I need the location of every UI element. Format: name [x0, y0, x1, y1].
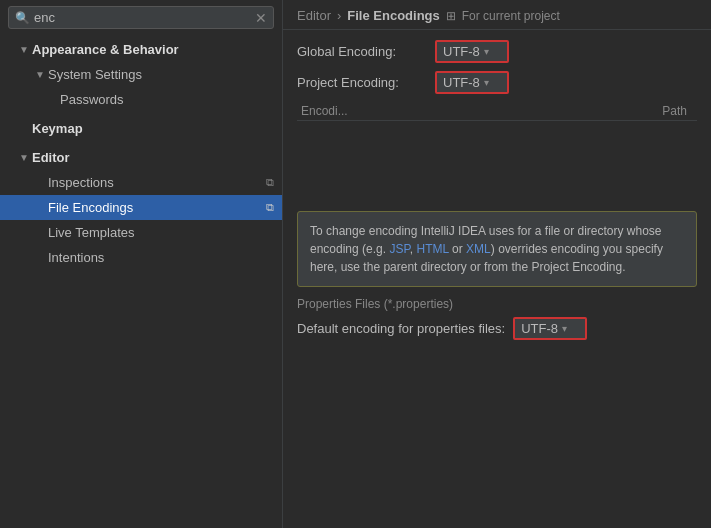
sidebar-item-label: Appearance & Behavior	[32, 42, 179, 57]
html-link[interactable]: HTML	[417, 242, 449, 256]
sidebar-item-keymap[interactable]: Keymap	[0, 112, 282, 141]
properties-encoding-value: UTF-8	[521, 321, 558, 336]
sidebar-item-intentions[interactable]: Intentions	[0, 245, 282, 270]
sidebar-item-appearance-behavior[interactable]: ▼ Appearance & Behavior	[0, 37, 282, 62]
sidebar: 🔍 ✕ ▼ Appearance & Behavior ▼ System Set…	[0, 0, 283, 528]
sidebar-item-live-templates[interactable]: Live Templates	[0, 220, 282, 245]
copy-icon: ⧉	[266, 201, 278, 214]
for-project-label: For current project	[462, 9, 560, 23]
info-text: To change encoding IntelliJ IDEA uses fo…	[310, 224, 663, 274]
copy-icon: ⧉	[266, 176, 278, 189]
sidebar-item-label: Keymap	[32, 121, 83, 136]
breadcrumb-parent: Editor	[297, 8, 331, 23]
encoding-column-header: Encodi...	[301, 104, 348, 118]
sidebar-item-label: Inspections	[48, 175, 114, 190]
xml-link[interactable]: XML	[466, 242, 491, 256]
clear-icon[interactable]: ✕	[255, 11, 267, 25]
tree-arrow: ▼	[16, 44, 32, 55]
project-encoding-label: Project Encoding:	[297, 75, 427, 90]
tree-area: ▼ Appearance & Behavior ▼ System Setting…	[0, 35, 282, 528]
sidebar-item-label: System Settings	[48, 67, 142, 82]
sidebar-item-passwords[interactable]: Passwords	[0, 87, 282, 112]
info-box: To change encoding IntelliJ IDEA uses fo…	[297, 211, 697, 287]
search-icon: 🔍	[15, 11, 30, 25]
jsp-link[interactable]: JSP	[389, 242, 409, 256]
project-encoding-value: UTF-8	[443, 75, 480, 90]
tree-arrow: ▼	[32, 69, 48, 80]
sidebar-item-label: Editor	[32, 150, 70, 165]
dropdown-arrow-icon: ▾	[484, 77, 489, 88]
global-encoding-value: UTF-8	[443, 44, 480, 59]
breadcrumb-current: File Encodings	[347, 8, 439, 23]
properties-title: Properties Files (*.properties)	[297, 297, 697, 311]
properties-encoding-dropdown[interactable]: UTF-8 ▾	[513, 317, 587, 340]
project-encoding-dropdown[interactable]: UTF-8 ▾	[435, 71, 509, 94]
content-header: Editor › File Encodings ⊞ For current pr…	[283, 0, 711, 30]
sidebar-item-editor[interactable]: ▼ Editor	[0, 141, 282, 170]
default-encoding-label: Default encoding for properties files:	[297, 321, 505, 336]
sidebar-item-label: File Encodings	[48, 200, 133, 215]
main-content: Editor › File Encodings ⊞ For current pr…	[283, 0, 711, 528]
properties-section: Properties Files (*.properties) Default …	[297, 297, 697, 340]
search-bar[interactable]: 🔍 ✕	[8, 6, 274, 29]
global-encoding-dropdown[interactable]: UTF-8 ▾	[435, 40, 509, 63]
sidebar-item-label: Live Templates	[48, 225, 134, 240]
properties-row: Default encoding for properties files: U…	[297, 317, 697, 340]
table-header: Encodi... Path	[297, 102, 697, 121]
project-encoding-row: Project Encoding: UTF-8 ▾	[297, 71, 697, 94]
breadcrumb-separator: ›	[337, 8, 341, 23]
sidebar-item-label: Intentions	[48, 250, 104, 265]
search-input[interactable]	[34, 10, 251, 25]
project-icon: ⊞	[446, 9, 456, 23]
content-body: Global Encoding: UTF-8 ▾ Project Encodin…	[283, 30, 711, 528]
global-encoding-row: Global Encoding: UTF-8 ▾	[297, 40, 697, 63]
path-column-header: Path	[662, 104, 693, 118]
dropdown-arrow-icon: ▾	[484, 46, 489, 57]
tree-arrow: ▼	[16, 152, 32, 163]
global-encoding-label: Global Encoding:	[297, 44, 427, 59]
sidebar-item-system-settings[interactable]: ▼ System Settings	[0, 62, 282, 87]
dropdown-arrow-icon: ▾	[562, 323, 567, 334]
table-area	[297, 121, 697, 201]
sidebar-item-inspections[interactable]: Inspections ⧉	[0, 170, 282, 195]
sidebar-item-label: Passwords	[60, 92, 124, 107]
sidebar-item-file-encodings[interactable]: File Encodings ⧉	[0, 195, 282, 220]
